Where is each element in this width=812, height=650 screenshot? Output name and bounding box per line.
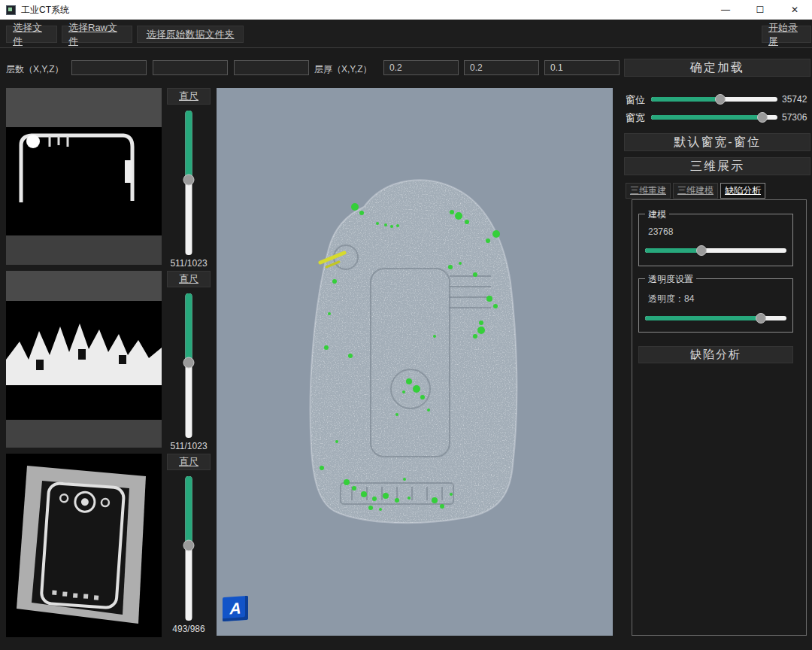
tab-3d-modeling[interactable]: 三维建模 xyxy=(673,183,718,199)
slider-fill xyxy=(645,316,761,320)
slider-handle[interactable] xyxy=(756,313,766,323)
tab-defect-analysis[interactable]: 缺陷分析 xyxy=(720,183,765,199)
layers-label: 层数（X,Y,Z） xyxy=(6,63,63,76)
tab-3d-reconstruction[interactable]: 三维重建 xyxy=(626,183,671,199)
minimize-icon[interactable]: — xyxy=(708,0,743,20)
select-raw-file-button[interactable]: 选择Raw文件 xyxy=(62,26,132,43)
defect-analysis-button[interactable]: 缺陷分析 xyxy=(638,346,793,363)
select-data-folder-button[interactable]: 选择原始数据文件夹 xyxy=(137,26,244,43)
slider-fill xyxy=(645,248,701,253)
modeling-slider[interactable] xyxy=(645,245,786,256)
thickness-label: 层厚（X,Y,Z） xyxy=(314,63,371,76)
ruler-button-3[interactable]: 直尺 xyxy=(167,454,211,470)
ct-slice-panel-2 xyxy=(6,271,162,448)
close-icon[interactable]: ✕ xyxy=(777,0,812,20)
slice-1-ruler: 直尺 511/1023 xyxy=(164,88,214,273)
start-recording-button[interactable]: 开始录屏 xyxy=(762,26,811,43)
transparency-slider[interactable] xyxy=(645,312,786,323)
thickness-y-input[interactable] xyxy=(464,60,539,75)
window-controls: — ☐ ✕ xyxy=(708,0,812,20)
ct-slice-image-2 xyxy=(6,271,162,448)
transparency-group-title: 透明度设置 xyxy=(645,273,696,286)
maximize-icon[interactable]: ☐ xyxy=(743,0,777,20)
slice-2-slider[interactable] xyxy=(183,293,195,438)
default-window-button[interactable]: 默认窗宽-窗位 xyxy=(624,133,810,151)
ruler-button-1[interactable]: 直尺 xyxy=(167,88,211,105)
slider-fill xyxy=(186,293,192,363)
slider-fill xyxy=(186,111,192,180)
window-width-value: 57306 xyxy=(782,112,807,123)
ruler-button-2[interactable]: 直尺 xyxy=(167,271,211,287)
display-3d-button[interactable]: 三维展示 xyxy=(624,157,810,175)
ct-slice-panel-3 xyxy=(6,454,162,637)
window-level-label: 窗位 xyxy=(626,93,645,107)
thickness-x-input[interactable] xyxy=(383,60,459,75)
app-icon xyxy=(6,5,16,15)
window-width-slider[interactable] xyxy=(651,111,777,123)
slider-fill xyxy=(651,115,762,120)
ct-slice-panel-1 xyxy=(6,88,162,265)
slider-fill xyxy=(186,476,192,545)
modeling-value: 23768 xyxy=(648,226,673,237)
window-title: 工业CT系统 xyxy=(21,4,69,17)
transparency-value: 透明度：84 xyxy=(648,293,694,305)
analysis-tabs: 三维重建 三维建模 缺陷分析 xyxy=(626,183,765,199)
select-file-button[interactable]: 选择文件 xyxy=(6,26,57,43)
slider-handle[interactable] xyxy=(757,112,768,123)
thickness-z-input[interactable] xyxy=(544,60,620,75)
viewport-logo: A xyxy=(223,596,248,621)
ct-slice-image-1 xyxy=(6,88,162,265)
slice-3-slider[interactable] xyxy=(183,476,195,621)
slice-2-ruler: 直尺 511/1023 xyxy=(164,271,214,456)
layers-y-input[interactable] xyxy=(153,60,228,75)
slider-handle[interactable] xyxy=(183,175,195,186)
slider-handle[interactable] xyxy=(183,540,195,551)
slice-2-position: 511/1023 xyxy=(170,441,207,451)
slice-3-position: 493/986 xyxy=(172,624,205,634)
title-bar: 工业CT系统 — ☐ ✕ xyxy=(0,0,812,20)
layers-x-input[interactable] xyxy=(71,60,147,75)
slice-1-slider[interactable] xyxy=(183,111,195,255)
modeling-group-title: 建模 xyxy=(645,208,669,221)
slice-3-ruler: 直尺 493/986 xyxy=(164,454,214,642)
slider-handle[interactable] xyxy=(715,94,726,105)
slider-handle[interactable] xyxy=(696,245,707,256)
slider-handle[interactable] xyxy=(183,357,195,369)
3d-render xyxy=(217,88,613,636)
main-window: 工业CT系统 — ☐ ✕ 选择文件 选择Raw文件 选择原始数据文件夹 开始录屏… xyxy=(0,0,812,650)
toolbar: 选择文件 选择Raw文件 选择原始数据文件夹 开始录屏 xyxy=(0,20,812,48)
slider-fill xyxy=(651,97,720,102)
window-level-value: 35742 xyxy=(782,94,807,105)
layers-z-input[interactable] xyxy=(234,60,309,75)
confirm-load-button[interactable]: 确定加载 xyxy=(624,59,810,77)
transparency-group: 透明度设置 透明度：84 xyxy=(638,278,793,333)
window-level-slider[interactable] xyxy=(651,93,777,105)
viewport-logo-letter: A xyxy=(229,599,241,618)
ct-slice-image-3 xyxy=(6,454,162,637)
window-width-label: 窗宽 xyxy=(626,111,645,125)
3d-viewport[interactable]: A xyxy=(217,88,613,636)
modeling-group: 建模 23768 xyxy=(638,214,793,266)
slice-1-position: 511/1023 xyxy=(170,258,207,269)
